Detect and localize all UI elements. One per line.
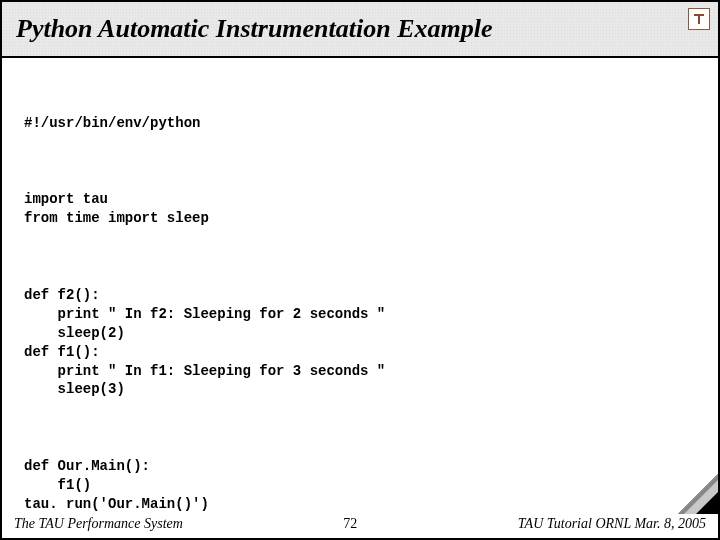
page-number: 72 (343, 516, 357, 532)
title-bar: Python Automatic Instrumentation Example (2, 2, 718, 58)
page-curl-icon (678, 474, 718, 514)
slide: Python Automatic Instrumentation Example… (0, 0, 720, 540)
tau-logo-icon (688, 8, 710, 30)
code-main: def Our.Main(): f1() tau. run('Our.Main(… (24, 457, 696, 514)
code-imports: import tau from time import sleep (24, 190, 696, 228)
code-defs: def f2(): print " In f2: Sleeping for 2 … (24, 286, 696, 399)
slide-title: Python Automatic Instrumentation Example (16, 14, 493, 44)
code-content: #!/usr/bin/env/python import tau from ti… (2, 58, 718, 540)
footer-right: TAU Tutorial ORNL Mar. 8, 2005 (518, 516, 706, 532)
footer: The TAU Performance System 72 TAU Tutori… (2, 516, 718, 532)
footer-left: The TAU Performance System (14, 516, 183, 532)
code-shebang: #!/usr/bin/env/python (24, 114, 696, 133)
svg-rect-1 (698, 14, 700, 24)
